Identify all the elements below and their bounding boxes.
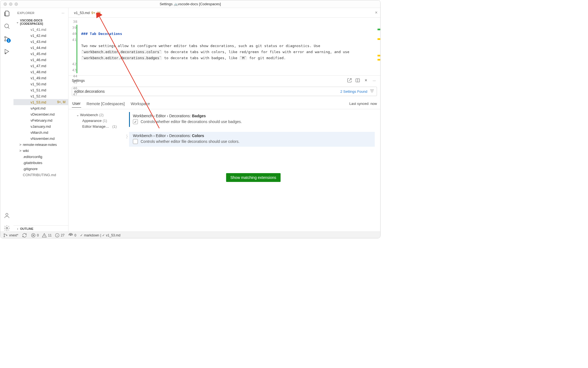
branch-indicator[interactable]: vnext* — [3, 233, 18, 238]
run-debug-icon[interactable] — [4, 48, 10, 55]
editor-area: v1_53.md 9+, M × 38 39 40 41 42 43 44 45… — [69, 8, 380, 231]
file-item[interactable]: v1_42.md — [13, 32, 68, 39]
tab-v1-53[interactable]: v1_53.md 9+, M — [71, 8, 103, 17]
account-icon[interactable] — [4, 212, 10, 219]
setting-checkbox[interactable] — [133, 119, 138, 124]
svg-point-6 — [6, 227, 8, 229]
activitybar: 1 — [0, 8, 13, 231]
file-item[interactable]: vJanuary.md — [13, 123, 68, 129]
outline-section[interactable]: › OUTLINE — [13, 225, 68, 231]
editor-content[interactable]: ### Tab Decorations Two new settings all… — [80, 18, 380, 75]
file-item[interactable]: vDecember.md — [13, 111, 68, 117]
setting-item: Workbench › Editor › Decorations: Badges… — [129, 112, 375, 127]
settings-tab-workspace[interactable]: Workspace — [130, 100, 151, 108]
file-item[interactable]: v1_43.md — [13, 39, 68, 45]
problems-indicator[interactable]: 0 11 27 — [31, 233, 64, 238]
chevron-down-icon: ⌄ — [76, 113, 79, 117]
chevron-right-icon: › — [16, 227, 19, 230]
minimize-window-icon[interactable] — [9, 2, 12, 6]
more-icon[interactable]: ··· — [62, 11, 64, 15]
window-title: Settings 🚲vscode-docs [Codespaces] — [160, 2, 221, 6]
settings-toc[interactable]: ⌄Workbench (2) Appearance (1) Editor Man… — [69, 109, 126, 184]
svg-point-2 — [5, 40, 6, 41]
zoom-window-icon[interactable] — [15, 2, 18, 6]
file-item[interactable]: vFebruary.md — [13, 117, 68, 123]
file-item[interactable]: v1_41.md — [13, 26, 68, 32]
show-matching-extensions-button[interactable]: Show matching extensions — [226, 173, 281, 182]
chevron-down-icon: ⌄ — [16, 20, 19, 24]
window-controls — [4, 2, 18, 6]
tab-label: v1_53.md — [74, 11, 90, 15]
file-tree[interactable]: v1_41.mdv1_42.mdv1_43.mdv1_44.mdv1_45.md… — [13, 26, 68, 225]
settings-pane: Settings × ··· 2 Settings Found User Rem… — [69, 75, 380, 184]
file-item[interactable]: .gitattributes — [13, 160, 68, 166]
settings-search[interactable]: 2 Settings Found — [72, 87, 377, 96]
sidebar: EXPLORER ··· ⌄ VSCODE-DOCS [CODESPACES] … — [13, 8, 69, 231]
settings-more-icon[interactable]: ··· — [371, 78, 377, 83]
file-item[interactable]: v1_53.md9+, M — [13, 99, 68, 105]
settings-list[interactable]: Workbench › Editor › Decorations: Badges… — [126, 109, 380, 184]
ports-indicator[interactable]: 0 — [68, 233, 76, 238]
file-item[interactable]: .gitignore — [13, 166, 68, 172]
svg-point-11 — [4, 236, 5, 237]
svg-point-1 — [5, 37, 6, 38]
sidebar-title: EXPLORER — [17, 11, 34, 15]
settings-gear-icon[interactable] — [4, 225, 10, 231]
filter-icon[interactable] — [370, 89, 374, 94]
tabbar: v1_53.md 9+, M × — [69, 8, 380, 18]
close-window-icon[interactable] — [4, 2, 7, 6]
file-item[interactable]: v1_52.md — [13, 93, 68, 99]
close-settings-icon[interactable]: × — [363, 78, 369, 83]
source-control-icon[interactable]: 1 — [4, 36, 10, 42]
file-item[interactable]: v1_48.md — [13, 69, 68, 75]
settings-sync-status: Last synced: now — [349, 102, 377, 106]
file-item[interactable]: vApril.md — [13, 105, 68, 111]
file-item[interactable]: vNovember.md — [13, 135, 68, 141]
setting-item: Workbench › Editor › Decorations: Colors… — [129, 132, 375, 147]
scm-badge: 1 — [7, 39, 11, 43]
file-item[interactable]: .editorconfig — [13, 154, 68, 160]
workspace-folder-header[interactable]: ⌄ VSCODE-DOCS [CODESPACES] — [13, 18, 68, 26]
setting-description: Controls whether editor file decorations… — [141, 119, 242, 124]
close-editor-icon[interactable]: × — [375, 10, 378, 15]
open-settings-json-icon[interactable] — [347, 78, 352, 83]
setting-description: Controls whether editor file decorations… — [141, 139, 240, 144]
svg-point-5 — [6, 213, 8, 216]
explorer-icon[interactable] — [4, 10, 10, 17]
file-item[interactable]: v1_44.md — [13, 45, 68, 51]
overview-ruler[interactable] — [376, 18, 380, 75]
editor-pane[interactable]: 38 39 40 41 42 43 44 45 46 47 ### Tab De… — [69, 18, 380, 75]
search-icon[interactable] — [4, 23, 10, 29]
file-item[interactable]: CONTRIBUTING.md — [13, 172, 68, 178]
svg-point-10 — [4, 234, 5, 235]
split-editor-icon[interactable] — [355, 78, 360, 83]
toc-editor-management[interactable]: Editor Manage… (1) — [70, 124, 125, 129]
settings-tab-remote[interactable]: Remote [Codespaces] — [86, 100, 125, 108]
tab-status: 9+, M — [91, 11, 100, 15]
file-item[interactable]: vMarch.md — [13, 129, 68, 135]
folder-item[interactable]: >remote-release-notes — [13, 141, 68, 148]
sync-icon[interactable] — [22, 233, 27, 238]
svg-point-15 — [70, 235, 71, 235]
svg-point-0 — [5, 24, 9, 28]
file-item[interactable]: v1_46.md — [13, 57, 68, 63]
toc-appearance[interactable]: Appearance (1) — [70, 118, 125, 124]
toc-workbench[interactable]: ⌄Workbench (2) — [70, 112, 125, 118]
language-indicator[interactable]: ✓ markdown | ✓ v1_53.md — [80, 233, 121, 237]
settings-found-count: 2 Settings Found — [340, 89, 367, 94]
titlebar: Settings 🚲vscode-docs [Codespaces] — [0, 0, 380, 8]
setting-checkbox[interactable] — [133, 139, 138, 144]
file-item[interactable]: v1_50.md — [13, 81, 68, 87]
setting-gear-icon[interactable] — [126, 134, 128, 140]
settings-tab-user[interactable]: User — [72, 100, 81, 108]
folder-item[interactable]: >wiki — [13, 148, 68, 154]
file-item[interactable]: v1_51.md — [13, 87, 68, 93]
file-item[interactable]: v1_49.md — [13, 75, 68, 81]
file-item[interactable]: v1_45.md — [13, 51, 68, 57]
statusbar: vnext* 0 11 27 0 ✓ markdown | ✓ v1_53.md — [0, 231, 380, 238]
settings-search-input[interactable] — [74, 89, 338, 94]
editor-gutter: 38 39 40 41 42 43 44 45 46 47 — [69, 18, 80, 75]
file-item[interactable]: v1_47.md — [13, 63, 68, 69]
